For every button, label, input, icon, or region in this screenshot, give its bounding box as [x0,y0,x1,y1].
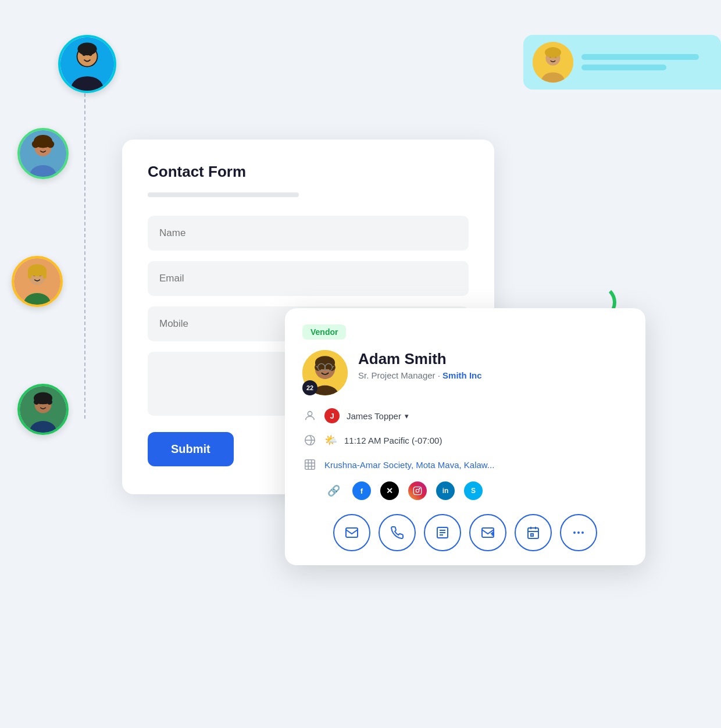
owner-icon [302,408,317,423]
svg-point-43 [315,363,322,370]
linkedin-icon[interactable]: in [436,481,455,500]
connector-line [84,58,85,419]
svg-rect-52 [305,460,315,470]
form-title: Contact Form [148,163,469,181]
email-input[interactable] [148,261,469,296]
chat-line-1 [581,54,699,60]
svg-point-30 [47,399,52,405]
chat-lines [581,54,712,70]
location-text: Krushna-Amar Society, Mota Mava, Kalaw..… [324,460,494,470]
contact-job-title: Sr. Project Manager [358,370,436,380]
contact-info: Adam Smith Sr. Project Manager · Smith I… [358,350,482,380]
x-twitter-icon[interactable]: ✕ [380,481,399,500]
action-buttons-row [302,514,628,551]
svg-point-36 [545,47,561,58]
social-icons-row: 🔗 f ✕ in S [324,481,628,500]
svg-rect-21 [28,270,31,279]
svg-rect-60 [346,528,358,537]
chat-line-2 [581,65,666,70]
svg-point-74 [582,532,583,533]
email-action-button[interactable] [333,514,370,551]
svg-rect-22 [43,270,47,279]
svg-point-14 [47,141,54,148]
svg-point-6 [77,42,97,55]
form-progress-bar [148,192,299,197]
instagram-icon[interactable] [408,481,427,500]
calendar-action-button[interactable] [515,514,552,551]
svg-point-73 [574,532,575,533]
svg-point-13 [32,141,40,148]
contact-avatar-wrap: 22 [302,350,348,395]
contact-name: Adam Smith [358,350,482,368]
contact-card-popup: Vendor [285,308,645,565]
note-action-button[interactable] [424,514,461,551]
phone-action-button[interactable] [379,514,416,551]
svg-rect-71 [531,534,533,536]
vendor-badge: Vendor [302,324,346,340]
avatar-person-2 [17,128,69,179]
svg-point-58 [416,489,419,492]
timezone-row: 🌤️ 11:12 AM Pacific (-07:00) [302,433,628,448]
contact-title-company: Sr. Project Manager · Smith Inc [358,370,482,380]
more-action-button[interactable] [560,514,597,551]
avatar-person-1 [58,35,116,93]
svg-point-59 [419,488,420,489]
submit-button[interactable]: Submit [148,432,234,466]
owner-dropdown-icon[interactable]: ▾ [405,412,409,420]
svg-point-72 [578,532,579,533]
skype-icon[interactable]: S [464,481,483,500]
facebook-icon[interactable]: f [352,481,371,500]
svg-point-29 [34,399,40,405]
svg-rect-57 [413,487,421,494]
chat-avatar [533,42,573,83]
contact-company: Smith Inc [442,370,482,380]
contact-badge-number: 22 [302,380,317,395]
send-action-button[interactable] [469,514,506,551]
location-row: Krushna-Amar Society, Mota Mava, Kalaw..… [302,457,628,472]
owner-avatar: J [324,408,340,423]
name-input[interactable] [148,216,469,251]
contact-header: 22 Adam Smith Sr. Project Manager · Smit… [302,350,628,395]
form-progress-fill [148,192,238,197]
owner-row: J James Topper ▾ [302,408,628,423]
svg-point-50 [308,412,312,416]
location-icon [302,457,317,472]
chat-bubble [523,35,721,90]
svg-point-44 [328,363,335,370]
owner-name: James Topper ▾ [347,411,409,421]
avatar-person-4 [17,384,69,435]
link-social-icon[interactable]: 🔗 [324,481,343,500]
avatar-person-3 [12,256,63,307]
contact-separator: · [438,370,442,380]
timezone-text: 11:12 AM Pacific (-07:00) [344,436,442,445]
timezone-icon [302,433,317,448]
